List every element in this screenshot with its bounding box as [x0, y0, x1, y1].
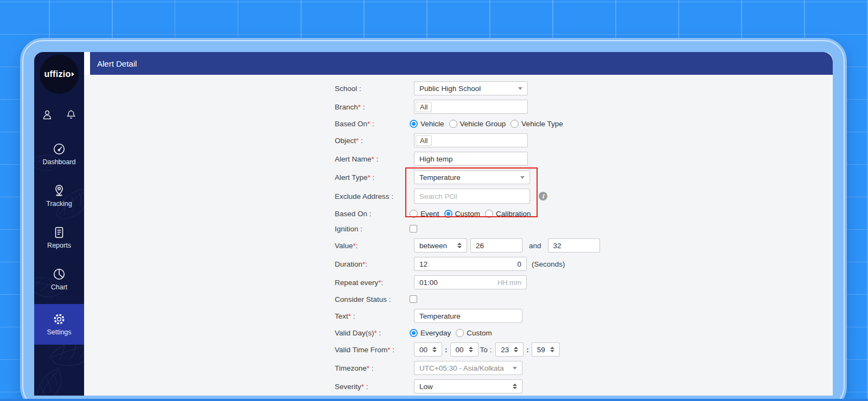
radio-icon [410, 210, 418, 218]
field-row-value: Value*: between and [335, 238, 833, 253]
stepper-icon[interactable] [514, 347, 518, 352]
branch-label: Branch* : [335, 103, 410, 111]
timezone-select[interactable]: UTC+05:30 - Asia/Kolkata [414, 361, 522, 375]
pie-chart-icon [52, 267, 66, 281]
stepper-icon[interactable] [550, 347, 554, 352]
user-icon[interactable] [41, 109, 53, 121]
app-window: uffizio [34, 52, 833, 396]
from-hour-stepper[interactable]: 00 [414, 342, 442, 357]
stepper-icon[interactable] [432, 347, 437, 352]
field-row-duration: Duration*: 12 0 (Seconds) [335, 257, 833, 271]
exclude-address-input[interactable] [414, 189, 530, 204]
header-gutter [84, 52, 90, 75]
ignition-label: Ignition : [335, 225, 410, 233]
alert-type-select[interactable]: Temperature [414, 170, 530, 184]
consider-status-checkbox[interactable] [410, 295, 417, 303]
main-panel: Alert Detail School : Public High School [84, 52, 833, 396]
map-pin-icon [52, 184, 66, 198]
value-operator-select[interactable]: between [414, 238, 467, 253]
sidebar-item-tracking[interactable]: Tracking [34, 179, 84, 213]
gear-icon [52, 312, 66, 326]
field-row-exclude-address: Exclude Address : i [335, 189, 833, 204]
field-row-school: School : Public High School [335, 81, 833, 95]
alert-detail-form: School : Public High School Branch* : Al… [84, 75, 833, 396]
radio-selected-icon [444, 210, 452, 218]
sidebar-item-label: Chart [51, 283, 68, 291]
to-label: To : [480, 346, 492, 354]
severity-select[interactable]: Low [414, 379, 522, 393]
time-separator: : [526, 346, 529, 354]
radio-event[interactable]: Event [410, 210, 439, 218]
field-row-valid-days: Valid Day(s)* : Everyday Custom [335, 327, 833, 338]
object-token-all[interactable]: All [416, 135, 432, 146]
radio-selected-icon [410, 329, 418, 337]
radio-everyday[interactable]: Everyday [410, 329, 451, 337]
to-hour-stepper[interactable]: 23 [495, 342, 524, 357]
timezone-label: Timezone* : [335, 364, 410, 372]
sidebar: uffizio [34, 52, 84, 396]
repeat-every-label: Repeat every*: [335, 279, 410, 287]
repeat-every-input[interactable]: 01:00 HH:mm [414, 275, 527, 289]
value-to-input[interactable] [548, 238, 600, 253]
field-row-object: Object* : All [335, 133, 833, 147]
sidebar-item-reports[interactable]: Reports [34, 221, 84, 255]
severity-select-value: Low [419, 383, 433, 391]
from-minute-stepper[interactable]: 00 [450, 342, 478, 357]
branch-multiselect[interactable]: All [414, 100, 528, 114]
time-separator: : [445, 346, 448, 354]
text-input[interactable] [414, 309, 522, 323]
chevron-down-icon [513, 367, 517, 370]
duration-input[interactable]: 12 0 [414, 257, 527, 271]
value-from-input[interactable] [470, 238, 522, 253]
sidebar-item-label: Settings [47, 328, 71, 336]
severity-label: Severity* : [335, 383, 410, 391]
info-icon[interactable]: i [539, 192, 547, 200]
value-operator-value: between [419, 242, 447, 250]
stepper-icon[interactable] [513, 384, 517, 389]
radio-icon [485, 210, 493, 218]
field-row-text: Text* : [335, 309, 833, 323]
field-row-consider-status: Consider Status : [335, 294, 833, 305]
radio-custom[interactable]: Custom [444, 210, 481, 218]
field-row-valid-time: Valid Time From* : 00 : 00 To : [335, 342, 833, 357]
field-row-severity: Severity* : Low [335, 379, 833, 393]
school-select-value: Public High School [419, 85, 481, 93]
repeat-every-value: 01:00 [419, 279, 438, 287]
radio-vehicle-group[interactable]: Vehicle Group [449, 120, 506, 128]
based-on-label: Based On* : [335, 120, 410, 128]
stepper-icon[interactable] [457, 243, 462, 248]
bell-icon[interactable] [65, 109, 77, 121]
uffizio-logo: uffizio [40, 55, 79, 94]
radio-icon [510, 120, 519, 128]
chevron-down-icon [518, 87, 522, 90]
based-on-mode-label: Based On : [335, 210, 410, 218]
radio-vehicle-type[interactable]: Vehicle Type [510, 120, 563, 128]
duration-value: 12 [419, 260, 427, 268]
highlighted-section: Alert Type* : Temperature Exclude Addres… [335, 170, 833, 219]
page-title: Alert Detail [97, 59, 137, 68]
sidebar-item-settings[interactable]: Settings [34, 304, 84, 345]
speedometer-icon [52, 142, 66, 156]
branch-token-all[interactable]: All [416, 102, 432, 112]
radio-vehicle[interactable]: Vehicle [410, 120, 444, 128]
field-row-timezone: Timezone* : UTC+05:30 - Asia/Kolkata [335, 361, 833, 375]
duration-label: Duration*: [335, 260, 410, 268]
time-format-hint: HH:mm [497, 279, 521, 287]
sidebar-item-chart[interactable]: Chart [34, 262, 84, 296]
object-multiselect[interactable]: All [414, 133, 528, 147]
sidebar-item-label: Reports [47, 242, 71, 249]
app-window-frame: uffizio [20, 38, 847, 401]
field-row-based-on-mode: Based On : Event Custom [335, 208, 833, 219]
sidebar-item-dashboard[interactable]: Dashboard [34, 137, 84, 171]
ignition-checkbox[interactable] [410, 225, 417, 232]
text-label: Text* : [335, 312, 410, 320]
radio-calibration[interactable]: Calibration [485, 210, 531, 218]
to-minute-stepper[interactable]: 59 [532, 342, 560, 357]
alert-name-input[interactable] [414, 152, 528, 166]
stepper-icon[interactable] [469, 347, 473, 352]
radio-custom-days[interactable]: Custom [456, 329, 492, 337]
duration-secondary-value: 0 [517, 260, 521, 268]
school-select[interactable]: Public High School [414, 81, 528, 95]
field-row-alert-type: Alert Type* : Temperature [335, 170, 833, 184]
uffizio-logo-text: uffizio [44, 69, 71, 79]
